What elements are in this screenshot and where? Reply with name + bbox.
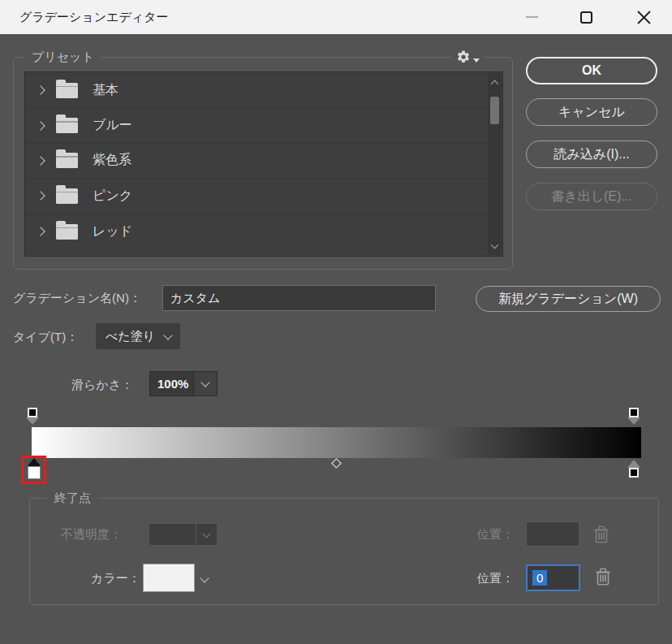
folder-label: 基本 [93, 82, 118, 99]
selected-color-stop-start[interactable] [21, 456, 46, 484]
folder-label: 紫色系 [93, 152, 131, 169]
title-bar: グラデーションエディター [0, 0, 672, 34]
opacity-stop-icon [629, 408, 639, 417]
color-stop-icon [28, 466, 41, 479]
gradient-preview-bar[interactable] [32, 427, 641, 458]
preset-folder-purple[interactable]: 紫色系 [25, 144, 489, 179]
scroll-up-button[interactable] [488, 73, 502, 91]
folder-label: ピンク [93, 188, 132, 205]
stop-pointer-icon [627, 417, 640, 425]
presets-menu-button[interactable] [451, 48, 484, 66]
maximize-button[interactable] [567, 0, 605, 34]
gradient-name-input[interactable] [162, 285, 436, 311]
type-label: タイプ(T)： [13, 330, 78, 345]
trash-icon [594, 566, 612, 587]
preset-folder-blue[interactable]: ブルー [25, 108, 489, 143]
preset-folder-red[interactable]: レッド [25, 214, 489, 249]
opacity-stop-start[interactable] [26, 408, 39, 425]
folder-label: レッド [93, 223, 132, 240]
folder-icon [56, 224, 78, 240]
preset-rows: 基本 ブルー 紫色系 ピンク レッド [25, 73, 489, 249]
maximize-icon [580, 11, 592, 24]
preset-list: 基本 ブルー 紫色系 ピンク レッド [24, 71, 503, 257]
new-gradient-button[interactable]: 新規グラデーション(W) [476, 286, 661, 312]
chevron-right-icon[interactable] [36, 156, 45, 165]
preset-folder-basic[interactable]: 基本 [25, 73, 489, 108]
stop-editor-legend: 終了点 [47, 490, 98, 506]
gradient-editor-dialog: グラデーションエディター プリセット 基本 [0, 0, 672, 644]
opacity-dropdown-button [196, 524, 217, 545]
cancel-button[interactable]: キャンセル [526, 98, 657, 126]
opacity-position-label: 位置： [477, 527, 514, 542]
position-label: 位置： [477, 571, 514, 586]
smoothness-value[interactable]: 100% [150, 372, 193, 395]
minimize-icon [526, 16, 538, 18]
chevron-right-icon[interactable] [36, 227, 45, 236]
scroll-up-icon [491, 80, 499, 88]
opacity-stop-icon [28, 408, 37, 417]
preset-folder-pink[interactable]: ピンク [25, 179, 489, 214]
chevron-down-icon [201, 378, 210, 387]
chevron-right-icon[interactable] [36, 86, 45, 95]
presets-legend: プリセット [24, 49, 101, 65]
folder-icon [56, 83, 78, 98]
folder-icon [56, 153, 78, 168]
folder-icon [56, 188, 78, 204]
stop-pointer-icon [26, 417, 39, 425]
chevron-right-icon[interactable] [36, 121, 45, 130]
chevron-down-icon [163, 331, 172, 339]
load-button[interactable]: 読み込み(I)... [526, 140, 657, 168]
position-value-selected: 0 [532, 570, 547, 586]
color-label: カラー： [91, 571, 140, 586]
color-stop-icon [629, 468, 639, 478]
smoothness-dropdown-button[interactable] [193, 372, 217, 395]
type-value: べた塗り [106, 329, 155, 344]
trash-icon [592, 524, 610, 545]
window-title: グラデーションエディター [19, 0, 169, 34]
menu-arrow-icon [473, 58, 480, 63]
color-stop-end[interactable] [627, 460, 640, 478]
gradient-name-label: グラデーション名(N)： [13, 291, 141, 306]
smoothness-control[interactable]: 100% [149, 371, 218, 396]
stop-pointer-icon [28, 458, 41, 466]
close-button[interactable] [625, 0, 662, 34]
export-button: 書き出し(E)... [526, 183, 657, 210]
color-swatch[interactable] [143, 564, 195, 592]
scroll-down-button[interactable] [488, 237, 502, 255]
stop-pointer-icon [627, 460, 640, 468]
chevron-right-icon[interactable] [36, 192, 45, 201]
close-icon [637, 11, 651, 24]
opacity-input-disabled [149, 523, 218, 546]
delete-opacity-stop-button [592, 524, 610, 545]
ok-button[interactable]: OK [526, 57, 657, 84]
preset-scrollbar[interactable] [488, 73, 502, 255]
opacity-stop-end[interactable] [627, 408, 640, 425]
opacity-value [149, 524, 196, 545]
position-input[interactable]: 0 [526, 564, 580, 591]
scroll-down-icon [491, 240, 499, 249]
folder-icon [56, 118, 78, 133]
delete-color-stop-button[interactable] [594, 566, 612, 587]
midpoint-diamond[interactable] [331, 458, 342, 469]
type-dropdown[interactable]: べた塗り [96, 323, 180, 349]
smoothness-label: 滑らかさ： [71, 378, 133, 393]
gear-icon [456, 50, 471, 64]
folder-label: ブルー [93, 117, 132, 134]
opacity-position-input-disabled [526, 521, 579, 547]
opacity-label: 不透明度： [61, 527, 122, 542]
scrollbar-thumb[interactable] [490, 97, 499, 124]
minimize-button[interactable] [513, 0, 550, 34]
chevron-down-icon [203, 529, 211, 538]
